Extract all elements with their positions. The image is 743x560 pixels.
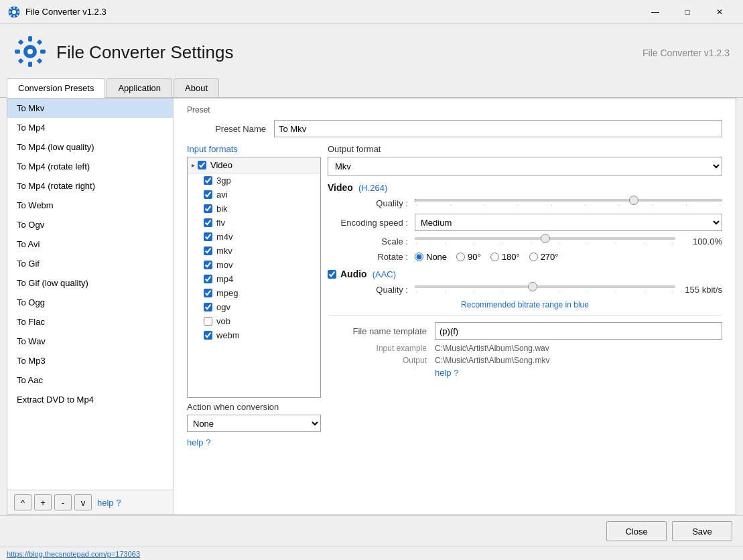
- input-example-value: C:\Music\Artist\Album\Song.wav: [435, 344, 549, 353]
- input-formats-panel: Input formats ▸ Video 3gp: [187, 144, 321, 447]
- format-item-mov: mov: [188, 258, 320, 272]
- format-item-ogv: ogv: [188, 300, 320, 314]
- close-button[interactable]: ✕: [704, 3, 735, 21]
- checkbox-m4v[interactable]: [204, 232, 212, 241]
- list-help-link[interactable]: help ?: [97, 498, 121, 508]
- audio-quality-display: 155 kbit/s: [675, 285, 722, 295]
- list-item[interactable]: To Ogg: [7, 293, 173, 312]
- rotate-options: None 90° 180°: [415, 252, 559, 262]
- rotate-none-radio[interactable]: [415, 253, 423, 261]
- input-formats-label: Input formats: [187, 144, 321, 154]
- list-item[interactable]: To Flac: [7, 312, 173, 332]
- recommended-text: Recommended bitrate range in blue: [328, 300, 722, 309]
- checkbox-mov[interactable]: [204, 261, 212, 269]
- audio-enabled-checkbox[interactable]: [328, 270, 336, 279]
- format-item-mpeg: mpeg: [188, 286, 320, 300]
- encoding-speed-label: Encoding speed :: [328, 218, 415, 228]
- output-example-value: C:\Music\Artist\Album\Song.mkv: [435, 356, 549, 365]
- preset-list: To Mkv To Mp4 To Mp4 (low quality) To Mp…: [7, 98, 173, 490]
- checkbox-bik[interactable]: [204, 204, 212, 213]
- version-label: File Converter v1.2.3: [643, 48, 730, 58]
- list-item[interactable]: To Aac: [7, 370, 173, 390]
- action-select[interactable]: None Move Delete: [187, 415, 321, 432]
- checkbox-flv[interactable]: [204, 218, 212, 227]
- list-item[interactable]: To Mp4 (low quality): [7, 137, 173, 157]
- input-example-label: Input example: [328, 344, 435, 353]
- tabs-bar: Conversion Presets Application About: [0, 78, 743, 98]
- list-item[interactable]: To Mp4 (rotate right): [7, 176, 173, 196]
- rotate-90-radio[interactable]: [456, 253, 465, 261]
- window-controls: — □ ✕: [640, 3, 735, 21]
- preset-name-input[interactable]: [274, 120, 722, 137]
- rotate-90[interactable]: 90°: [456, 252, 481, 262]
- video-codec-label: (H.264): [358, 183, 387, 193]
- list-item[interactable]: To Gif: [7, 254, 173, 273]
- app-icon: [8, 6, 20, 18]
- app-header: File Converter Settings File Converter v…: [0, 24, 743, 78]
- list-item[interactable]: To Webm: [7, 196, 173, 215]
- tab-conversion-presets[interactable]: Conversion Presets: [7, 78, 105, 98]
- list-item[interactable]: To Wav: [7, 332, 173, 351]
- preset-list-panel: To Mkv To Mp4 To Mp4 (low quality) To Mp…: [7, 98, 174, 514]
- list-item[interactable]: Extract DVD to Mp4: [7, 390, 173, 409]
- format-item-vob: vob: [188, 314, 320, 328]
- list-item[interactable]: To Ogv: [7, 215, 173, 234]
- list-item[interactable]: To Mp3: [7, 351, 173, 370]
- panels-row: Input formats ▸ Video 3gp: [187, 144, 722, 447]
- format-item-3gp: 3gp: [188, 173, 320, 188]
- svg-rect-6: [15, 50, 20, 54]
- video-quality-row: Quality : ··········: [328, 198, 722, 208]
- checkbox-3gp[interactable]: [204, 176, 212, 185]
- video-label: Video: [328, 182, 353, 193]
- checkbox-webm[interactable]: [204, 331, 212, 340]
- rotate-180[interactable]: 180°: [490, 252, 520, 262]
- rotate-label: Rotate :: [328, 252, 415, 262]
- svg-rect-10: [18, 58, 23, 64]
- close-button[interactable]: Close: [606, 521, 667, 541]
- rotate-270-radio[interactable]: [529, 253, 538, 261]
- list-item[interactable]: To Avi: [7, 234, 173, 254]
- tab-about[interactable]: About: [174, 78, 219, 97]
- svg-rect-7: [40, 50, 46, 54]
- list-item[interactable]: To Mp4 (rotate left): [7, 157, 173, 176]
- list-item[interactable]: To Mp4: [7, 118, 173, 137]
- formats-help-link[interactable]: help ?: [187, 437, 210, 447]
- video-quality-label: Quality :: [328, 198, 415, 208]
- save-button[interactable]: Save: [672, 521, 732, 541]
- preset-list-actions: ^ + - v help ?: [7, 490, 173, 514]
- checkbox-mp4[interactable]: [204, 275, 212, 283]
- main-window: File Converter Settings File Converter v…: [0, 24, 743, 560]
- audio-quality-row: Quality : ·········· 155 kbit/s: [328, 285, 722, 295]
- add-preset-button[interactable]: +: [34, 494, 52, 510]
- video-group-checkbox[interactable]: [198, 161, 206, 169]
- content-area: To Mkv To Mp4 To Mp4 (low quality) To Mp…: [7, 98, 736, 515]
- remove-preset-button[interactable]: -: [54, 494, 72, 510]
- svg-rect-5: [28, 62, 32, 67]
- tab-application[interactable]: Application: [107, 78, 172, 97]
- scale-label: Scale :: [328, 236, 415, 247]
- tree-arrow-icon: ▸: [192, 161, 195, 169]
- checkbox-mpeg[interactable]: [204, 289, 212, 297]
- checkbox-mkv[interactable]: [204, 247, 212, 255]
- rotate-180-radio[interactable]: [490, 253, 499, 261]
- video-group-header[interactable]: ▸ Video: [188, 157, 320, 173]
- list-item[interactable]: To Mkv: [7, 98, 173, 118]
- output-format-select[interactable]: Mkv Mp4 Webm Avi Gif Ogg Flac Wav Mp3 Aa…: [328, 157, 722, 176]
- encoding-speed-select[interactable]: Very Slow Slow Medium Fast Very Fast: [415, 214, 722, 231]
- list-item[interactable]: To Gif (low quality): [7, 273, 173, 293]
- rotate-270[interactable]: 270°: [529, 252, 559, 262]
- template-input[interactable]: [435, 322, 722, 340]
- maximize-button[interactable]: □: [672, 3, 703, 21]
- move-down-button[interactable]: v: [74, 494, 92, 510]
- rotate-none[interactable]: None: [415, 252, 447, 262]
- checkbox-avi[interactable]: [204, 190, 212, 199]
- template-help-link[interactable]: help ?: [435, 368, 458, 378]
- encoding-speed-row: Encoding speed : Very Slow Slow Medium F…: [328, 214, 722, 231]
- checkbox-vob[interactable]: [204, 317, 212, 326]
- minimize-button[interactable]: —: [640, 3, 671, 21]
- move-up-button[interactable]: ^: [14, 494, 31, 510]
- output-format-label: Output format: [328, 144, 722, 154]
- svg-rect-11: [37, 58, 42, 64]
- checkbox-ogv[interactable]: [204, 303, 212, 311]
- format-item-webm: webm: [188, 328, 320, 342]
